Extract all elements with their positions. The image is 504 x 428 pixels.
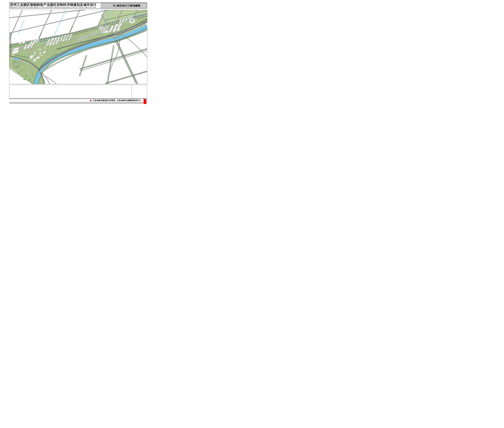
org-name-2: 江苏省城市交通规划研究中心	[117, 99, 141, 101]
footer-gray-bar	[9, 102, 143, 104]
birdseye-rendering-frame	[9, 10, 147, 84]
footer-credit: JP 江苏省城市规划设计研究院江苏省城市交通规划研究中心	[0, 99, 151, 102]
sheet-number-label: 31-城市设计三维鸟瞰图	[100, 3, 147, 8]
jsupdi-logo-icon: JP	[89, 99, 92, 102]
title-block: 苏州工业园区智能制造产业园区控制性详细规划及城市设计 Regulatory Pl…	[9, 3, 147, 8]
footer-organizations: 江苏省城市规划设计研究院江苏省城市交通规划研究中心	[93, 99, 141, 102]
page-title: 苏州工业园区智能制造产业园区控制性详细规划及城市设计	[10, 3, 100, 7]
notes-box	[9, 85, 147, 99]
birdseye-svg	[9, 10, 147, 84]
page-subtitle: Regulatory Planning and Urban Design of …	[10, 7, 100, 8]
plan-sheet-page: 苏州工业园区智能制造产业园区控制性详细规划及城市设计 Regulatory Pl…	[0, 0, 151, 107]
title-area: 苏州工业园区智能制造产业园区控制性详细规划及城市设计 Regulatory Pl…	[9, 3, 100, 8]
org-name-1: 江苏省城市规划设计研究院	[93, 99, 115, 101]
red-corner-mark	[144, 99, 146, 104]
